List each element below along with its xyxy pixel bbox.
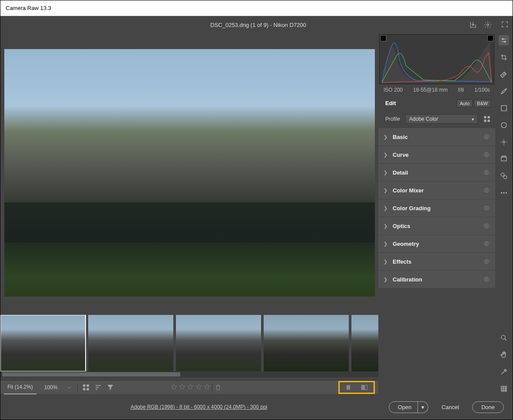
svg-point-15 xyxy=(486,189,487,191)
chevron-right-icon: ❯ xyxy=(384,223,387,229)
panel-curve[interactable]: ❯Curve xyxy=(378,146,495,163)
zoom-tool-icon[interactable] xyxy=(499,333,509,343)
workflow-link[interactable]: Adobe RGB (1998) - 8 bit - 6000 x 4000 (… xyxy=(9,404,389,410)
svg-rect-10 xyxy=(484,120,486,122)
window-title-bar: Camera Raw 13.3 xyxy=(0,0,513,16)
visibility-icon[interactable] xyxy=(483,222,490,229)
exif-iso: ISO 200 xyxy=(384,87,403,93)
visibility-icon[interactable] xyxy=(483,187,490,194)
visibility-icon[interactable] xyxy=(483,258,490,265)
tool-strip xyxy=(495,33,513,394)
presets-icon[interactable] xyxy=(499,171,509,181)
view-options-bar: Fit (14.2%) 100% xyxy=(0,380,378,394)
chevron-down-icon[interactable] xyxy=(65,384,73,391)
svg-point-20 xyxy=(486,278,487,280)
grid-view-icon[interactable] xyxy=(82,384,90,391)
visibility-icon[interactable] xyxy=(483,240,490,247)
settings-icon[interactable] xyxy=(484,21,492,29)
main-photo xyxy=(4,49,375,297)
crop-tool-icon[interactable] xyxy=(499,52,509,63)
thumbnail[interactable] xyxy=(88,315,173,371)
svg-point-30 xyxy=(501,192,502,194)
thumbnail[interactable] xyxy=(0,315,86,371)
filmstrip-scrollbar[interactable] xyxy=(0,371,378,377)
bw-button[interactable]: B&W xyxy=(474,99,491,107)
svg-rect-5 xyxy=(347,385,350,390)
chevron-right-icon: ❯ xyxy=(384,277,387,282)
visibility-icon[interactable] xyxy=(483,205,490,212)
svg-rect-27 xyxy=(502,156,506,157)
compare-toggle-highlight xyxy=(338,381,375,394)
done-button[interactable]: Done xyxy=(472,401,504,413)
svg-rect-11 xyxy=(488,120,490,122)
zoom-fit[interactable]: Fit (14.2%) xyxy=(4,380,36,394)
svg-rect-26 xyxy=(501,157,506,161)
hand-tool-icon[interactable] xyxy=(499,350,509,360)
exif-shutter: 1/100s xyxy=(474,87,490,93)
sampler-tool-icon[interactable] xyxy=(499,367,509,377)
sort-icon[interactable] xyxy=(94,384,102,391)
visibility-icon[interactable] xyxy=(483,133,490,140)
highlight-clip-icon[interactable] xyxy=(487,35,493,41)
chevron-right-icon: ❯ xyxy=(384,205,387,211)
panel-color-grading[interactable]: ❯Color Grading xyxy=(378,199,495,217)
radial-tool-icon[interactable] xyxy=(499,120,509,130)
thumbnail[interactable] xyxy=(176,315,261,371)
brush-tool-icon[interactable] xyxy=(499,86,509,96)
svg-point-24 xyxy=(501,122,506,128)
panel-color-mixer[interactable]: ❯Color Mixer xyxy=(378,182,495,199)
heal-tool-icon[interactable] xyxy=(499,69,509,79)
before-after-split-icon[interactable] xyxy=(361,384,368,391)
cancel-button[interactable]: Cancel xyxy=(433,402,467,413)
snapshots-icon[interactable] xyxy=(499,154,509,164)
panel-effects[interactable]: ❯Effects xyxy=(378,253,495,270)
panel-detail[interactable]: ❯Detail xyxy=(378,164,495,181)
gradient-tool-icon[interactable] xyxy=(499,103,509,113)
more-icon[interactable] xyxy=(499,188,509,198)
chevron-right-icon: ❯ xyxy=(384,134,387,140)
chevron-right-icon: ❯ xyxy=(384,170,387,175)
panel-optics[interactable]: ❯Optics xyxy=(378,217,495,235)
open-dropdown[interactable]: ▾ xyxy=(418,401,428,413)
rating-stars[interactable] xyxy=(171,384,222,391)
fullscreen-icon[interactable] xyxy=(501,20,509,28)
grid-overlay-icon[interactable] xyxy=(499,384,509,394)
save-icon[interactable] xyxy=(469,21,477,29)
filter-icon[interactable] xyxy=(106,384,114,391)
panel-calibration[interactable]: ❯Calibration xyxy=(378,271,495,288)
exif-info: ISO 200 18-55@18 mm f/8 1/100s xyxy=(378,84,495,96)
profile-select[interactable]: Adobe Color ▾ xyxy=(405,114,478,124)
app-title: Camera Raw 13.3 xyxy=(6,5,51,11)
svg-point-19 xyxy=(486,261,487,262)
panel-geometry[interactable]: ❯Geometry xyxy=(378,235,495,252)
edit-title: Edit xyxy=(385,100,396,106)
before-after-single-icon[interactable] xyxy=(345,384,353,391)
visibility-icon[interactable] xyxy=(483,151,490,158)
svg-point-28 xyxy=(501,173,504,176)
chevron-right-icon: ❯ xyxy=(384,188,387,193)
profile-browser-icon[interactable] xyxy=(483,115,491,123)
redeye-tool-icon[interactable] xyxy=(499,137,509,147)
svg-point-12 xyxy=(486,136,487,138)
image-preview-area[interactable] xyxy=(0,33,378,311)
visibility-icon[interactable] xyxy=(483,169,490,176)
edit-tool-icon[interactable] xyxy=(499,35,509,46)
chevron-right-icon: ❯ xyxy=(384,259,387,265)
thumbnail[interactable] xyxy=(264,315,349,371)
shadow-clip-icon[interactable] xyxy=(380,35,386,41)
svg-point-13 xyxy=(486,154,487,155)
visibility-icon[interactable] xyxy=(483,276,490,283)
svg-point-17 xyxy=(486,225,487,227)
auto-button[interactable]: Auto xyxy=(457,99,473,107)
histogram[interactable] xyxy=(379,34,494,84)
panel-basic[interactable]: ❯Basic xyxy=(378,128,495,146)
svg-rect-2 xyxy=(87,384,89,387)
zoom-100[interactable]: 100% xyxy=(41,380,61,394)
svg-point-16 xyxy=(486,207,487,209)
header-bar: DSC_0253.dng (1 of 9) - Nikon D7200 xyxy=(0,16,513,33)
trash-icon[interactable] xyxy=(214,384,222,391)
svg-rect-23 xyxy=(501,106,506,111)
thumbnail[interactable] xyxy=(351,315,378,371)
chevron-right-icon: ❯ xyxy=(384,241,387,247)
open-button[interactable]: Open xyxy=(389,401,418,413)
